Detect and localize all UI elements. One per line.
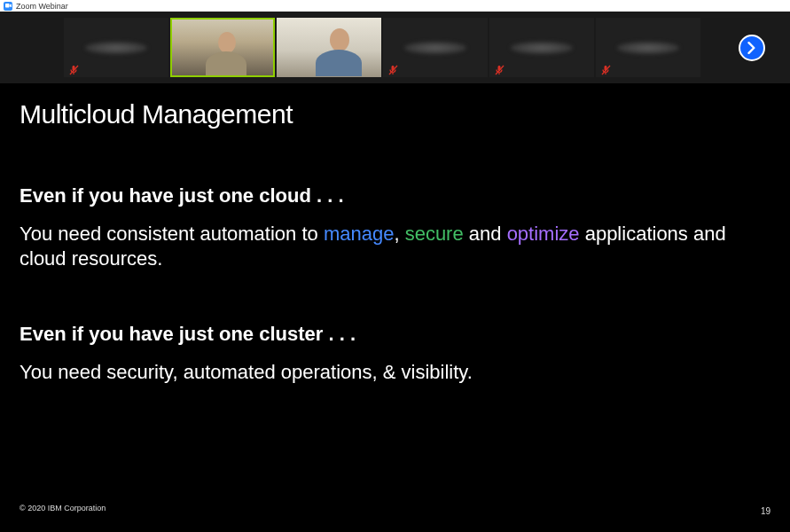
section-cloud: Even if you have just one cloud . . . Yo… [20,184,764,271]
keyword-secure: secure [405,223,464,245]
participant-tile[interactable] [64,18,168,77]
text-fragment: and [464,223,507,245]
hidden-avatar [617,42,679,54]
section-body: You need consistent automation to manage… [20,222,764,271]
chevron-right-icon [747,42,756,54]
window-title-text: Zoom Webinar [16,2,68,11]
text-fragment: You need consistent automation to [20,223,324,245]
zoom-icon [4,2,12,11]
page-number: 19 [761,506,770,516]
participant-tile[interactable] [489,18,594,77]
participant-tile[interactable] [170,18,275,77]
mic-muted-icon [69,63,80,74]
hidden-avatar [511,42,573,54]
participant-tile[interactable] [383,18,488,77]
mic-muted-icon [388,63,399,74]
section-cluster: Even if you have just one cluster . . . … [20,323,764,385]
hidden-avatar [85,42,147,54]
section-heading: Even if you have just one cloud . . . [20,184,764,207]
text-fragment: , [394,223,404,245]
participant-tile[interactable] [277,18,381,77]
section-body: You need security, automated operations,… [20,360,764,385]
person-head [330,28,349,51]
copyright-text: © 2020 IBM Corporation [20,504,106,512]
participant-tile[interactable] [596,18,700,77]
person-head [218,32,236,53]
shared-slide: Multicloud Management Even if you have j… [0,83,790,532]
mic-muted-icon [495,63,505,74]
person-torso [316,50,362,76]
hidden-avatar [404,42,466,54]
participants-strip [0,12,790,83]
slide-title: Multicloud Management [20,99,790,129]
keyword-optimize: optimize [507,223,580,245]
mic-muted-icon [601,63,612,74]
keyword-manage: manage [324,223,395,245]
section-heading: Even if you have just one cluster . . . [20,323,764,346]
person-torso [206,51,246,77]
next-participants-button[interactable] [739,35,765,61]
window-title-bar: Zoom Webinar [0,0,790,12]
